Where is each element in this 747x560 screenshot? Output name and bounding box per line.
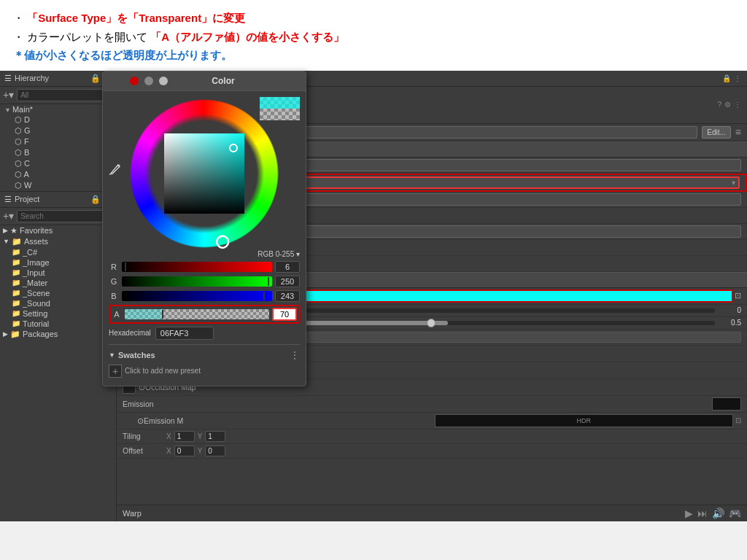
folder-csharp[interactable]: 📁 _C# <box>0 247 116 257</box>
shader-list-icon[interactable]: ≡ <box>735 126 741 138</box>
maximize-dot[interactable] <box>159 77 168 85</box>
tree-item-B[interactable]: ⬡ B <box>0 147 116 158</box>
favorites-item[interactable]: ▶ ★ Favorites <box>0 225 116 236</box>
folder-tutorial[interactable]: 📁 Tutorial <box>0 319 116 329</box>
folder-scene[interactable]: 📁 _Scene <box>0 288 116 298</box>
instruction-line2-text: カラーパレットを開いて <box>27 31 147 43</box>
instruction-line2-highlight: 「A（アルファ値）の値を小さくする」 <box>150 31 344 43</box>
smoothness-value: 0.5 <box>719 319 741 327</box>
offset-x-input[interactable] <box>174 446 195 456</box>
swatches-menu-icon[interactable]: ⋮ <box>290 349 300 361</box>
channel-a-label: A <box>112 310 122 319</box>
tree-item-W[interactable]: ⬡ W <box>0 180 116 191</box>
folder-image-label: _Image <box>23 258 50 267</box>
folder-mater-label: _Mater <box>23 279 47 287</box>
hdr-label-text: HDR <box>577 417 592 424</box>
channel-r-value[interactable] <box>275 261 300 273</box>
minimize-dot[interactable] <box>144 77 153 85</box>
hierarchy-title: Hierarchy <box>15 74 88 82</box>
channel-g-label: G <box>109 277 119 286</box>
channel-a-value[interactable] <box>272 308 297 321</box>
assets-item[interactable]: ▼ 📁 Assets <box>0 236 116 247</box>
folder-scene-label: _Scene <box>23 289 50 298</box>
offset-x-label: X <box>166 447 171 455</box>
project-title: Project <box>15 195 88 203</box>
folder-input-label: _Input <box>23 268 45 277</box>
swatches-title: Swatches <box>118 351 290 359</box>
project-add-icon[interactable]: +▾ <box>3 210 14 222</box>
tree-item-C[interactable]: ⬡ C <box>0 158 116 169</box>
hdr-bar[interactable]: HDR <box>435 414 734 427</box>
step-forward-button[interactable]: ⏭ <box>697 508 708 519</box>
swatches-arrow-icon: ▼ <box>109 351 115 359</box>
add-icon[interactable]: +▾ <box>3 89 14 101</box>
folder-tutorial-label: Tutorial <box>23 319 49 328</box>
instruction-line1-highlight: 「Surface Type」を「Transparent」に変更 <box>27 12 245 24</box>
close-dot[interactable] <box>130 77 139 85</box>
offset-y-input[interactable] <box>205 446 225 456</box>
folder-input[interactable]: 📁 _Input <box>0 268 116 278</box>
metallic-value: 0 <box>719 306 741 314</box>
tiling-x-input[interactable] <box>174 431 195 442</box>
hierarchy-lock-icon: 🔒 <box>90 74 101 83</box>
inspector-header-icons: 🔒 ⋮ <box>722 74 741 82</box>
material-action-icons: ? ⚙ ⋮ <box>717 101 741 109</box>
channel-r-slider[interactable] <box>122 262 272 272</box>
material-help-icon[interactable]: ? <box>717 101 721 109</box>
packages-label: Packages <box>23 330 58 338</box>
edit-shader-button[interactable]: Edit... <box>702 126 731 139</box>
material-menu-icon[interactable]: ⋮ <box>734 101 741 109</box>
hierarchy-header: ☰ Hierarchy 🔒 ⋮ <box>0 71 116 87</box>
channel-a-slider[interactable] <box>125 309 269 319</box>
hex-label: Hexadecimal <box>109 329 151 337</box>
add-preset-button[interactable]: + Click to add new preset <box>109 362 300 380</box>
folder-sound[interactable]: 📁 _Sound <box>0 298 116 308</box>
channel-b-slider[interactable] <box>122 291 272 301</box>
base-map-pick-icon[interactable]: ⊡ <box>735 291 741 300</box>
tree-item-main[interactable]: ▼Main* <box>0 104 116 114</box>
folder-mater[interactable]: 📁 _Mater <box>0 278 116 288</box>
instruction-line3: ＊値が小さくなるほど透明度が上がります。 <box>13 49 232 61</box>
channel-g-slider[interactable] <box>122 276 272 287</box>
emission-row: Emission <box>117 396 747 413</box>
channel-b-row: B <box>109 290 300 302</box>
project-header: ☰ Project 🔒 ⋮ <box>0 192 116 208</box>
emission-swatch[interactable] <box>712 397 741 411</box>
assets-label: Assets <box>24 237 48 246</box>
channel-r-row: R <box>109 261 300 273</box>
color-picker-title: Color <box>212 76 234 86</box>
folder-setting[interactable]: 📁 Setting <box>0 308 116 319</box>
emission-label: Emission <box>123 400 712 408</box>
inspector-lock-icon[interactable]: 🔒 <box>722 74 731 82</box>
channel-g-value[interactable] <box>275 276 300 287</box>
folder-image[interactable]: 📁 _Image <box>0 257 116 268</box>
tree-item-A[interactable]: ⬡ A <box>0 169 116 180</box>
offset-row: Offset X Y <box>117 444 747 459</box>
speaker-icon[interactable]: 🔊 <box>712 508 724 519</box>
project-toolbar: +▾ 22 <box>0 208 116 225</box>
inspector-more-icon[interactable]: ⋮ <box>734 74 741 82</box>
hex-input[interactable] <box>155 327 214 340</box>
hdr-pick-icon[interactable]: ⊡ <box>735 416 741 424</box>
rgb-mode-selector[interactable]: RGB 0-255 ▾ <box>109 250 300 258</box>
bottom-material-name: Warp <box>123 509 685 518</box>
offset-y-label: Y <box>198 447 203 455</box>
tiling-xy-group: X Y <box>166 431 741 442</box>
gamepad-icon[interactable]: 🎮 <box>729 508 741 519</box>
playback-controls: ▶ ⏭ 🔊 🎮 <box>685 508 741 519</box>
folder-sound-label: _Sound <box>23 299 50 308</box>
color-wheel[interactable] <box>128 97 281 250</box>
packages-item[interactable]: ▶ 📁 Packages <box>0 329 116 340</box>
tiling-y-input[interactable] <box>205 431 225 442</box>
project-icon: ☰ <box>4 195 12 204</box>
tree-item-G[interactable]: ⬡ G <box>0 125 116 136</box>
tree-item-F[interactable]: ⬡ F <box>0 136 116 147</box>
play-button[interactable]: ▶ <box>685 508 693 519</box>
channel-b-value[interactable] <box>275 290 300 302</box>
main-area: ☰ Hierarchy 🔒 ⋮ +▾ ⇅ ⊞ ▼Main* ⬡ D ⬡ G ⬡ … <box>0 71 747 521</box>
eyedropper-icon[interactable] <box>109 163 122 179</box>
project-panel: ☰ Project 🔒 ⋮ +▾ 22 ▶ ★ Favorites ▼ 📁 As… <box>0 191 116 521</box>
left-panel: ☰ Hierarchy 🔒 ⋮ +▾ ⇅ ⊞ ▼Main* ⬡ D ⬡ G ⬡ … <box>0 71 117 521</box>
material-settings-icon[interactable]: ⚙ <box>724 101 731 109</box>
tree-item-D[interactable]: ⬡ D <box>0 114 116 125</box>
